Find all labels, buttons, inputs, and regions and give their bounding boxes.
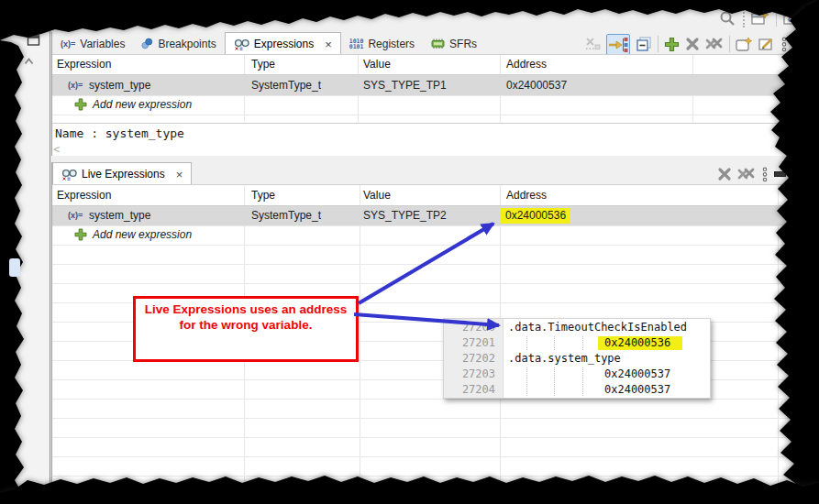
remove-all-expressions-icon[interactable]: [737, 167, 756, 181]
tab-sfrs[interactable]: SFRs: [423, 32, 485, 55]
open-new-view-icon[interactable]: [736, 37, 753, 52]
scroll-back-icon[interactable]: <: [53, 143, 60, 156]
listing-line: 0x24000536: [604, 335, 670, 351]
tab-label: Live Expressions: [82, 168, 165, 181]
sfrs-chip-icon: [431, 38, 445, 49]
show-logical-structure-toggle[interactable]: [606, 34, 630, 55]
tab-registers[interactable]: 1010 0101 Registers: [341, 32, 423, 55]
view-menu-icon[interactable]: [780, 37, 788, 52]
tab-label: Variables: [80, 38, 125, 50]
listing-line: .data.TimeoutCheckIsEnabled: [508, 320, 687, 335]
live-expression-type: SystemType_t: [251, 206, 321, 225]
column-header-expression[interactable]: Expression: [57, 185, 111, 205]
live-expressions-tabbar: Live Expressions ×: [52, 162, 192, 185]
tab-label: SFRs: [449, 38, 477, 50]
live-expressions-toolbar: [717, 166, 786, 182]
tab-label: Breakpoints: [158, 38, 216, 50]
annotation-line-2: for the wrong variable.: [136, 317, 356, 333]
column-header-type[interactable]: Type: [251, 185, 275, 205]
add-expression-row-icon: [74, 228, 87, 241]
listing-line: 0x24000537: [604, 367, 670, 382]
restore-view-icon[interactable]: [27, 34, 40, 47]
svg-text:C: C: [788, 16, 793, 24]
annotation-callout: Live Expressions uses an address for the…: [133, 296, 359, 362]
logical-structure-icon: [608, 36, 628, 53]
column-header-expression[interactable]: Expression: [57, 55, 111, 74]
close-icon[interactable]: ×: [325, 38, 332, 50]
live-expression-name: system_type: [89, 206, 150, 225]
column-header-address[interactable]: Address: [506, 55, 547, 74]
live-expressions-icon: [61, 169, 77, 181]
line-number: 27203: [444, 367, 495, 382]
listing-line: .data.system_type: [508, 351, 621, 367]
pin-view-icon[interactable]: [758, 37, 775, 52]
expression-name: system_type: [89, 75, 150, 95]
registers-icon: 1010 0101: [349, 38, 364, 49]
expression-address: 0x24000537: [506, 75, 567, 95]
toolbar-separator: [776, 10, 777, 27]
line-number: 27202: [444, 351, 495, 367]
remove-expression-icon[interactable]: [685, 37, 700, 51]
search-icon[interactable]: [719, 10, 736, 27]
line-number: 27204: [444, 382, 495, 398]
expression-value: SYS_TYPE_TP1: [363, 75, 447, 95]
cpp-perspective-icon[interactable]: C: [783, 10, 803, 27]
close-icon[interactable]: ×: [176, 169, 183, 181]
breakpoints-icon: [141, 38, 153, 49]
expressions-icon: [234, 38, 249, 50]
minimized-view-sidebar: [20, 26, 50, 488]
remove-expression-icon[interactable]: [717, 167, 732, 181]
tab-variables[interactable]: (x)= Variables: [52, 32, 133, 55]
column-header-type[interactable]: Type: [251, 55, 275, 74]
debugger-window: C (x)= Variables Breakpoints Expressions: [0, 0, 819, 504]
map-file-listing: 27200 27201 27202 27203 27204 .data.Time…: [443, 318, 711, 399]
variable-icon: (x)=: [68, 75, 83, 95]
tab-live-expressions[interactable]: Live Expressions ×: [52, 162, 192, 185]
window-toolbar: C: [719, 9, 803, 27]
tab-label: Registers: [368, 38, 415, 50]
line-number: 27201: [444, 335, 495, 351]
variables-icon: (x)=: [61, 39, 75, 49]
toolbar-separator: [658, 36, 659, 52]
minimized-view-highlight: [9, 258, 20, 277]
tab-expressions[interactable]: Expressions ×: [225, 32, 341, 55]
variable-icon: (x)=: [68, 206, 83, 225]
scroll-up-icon[interactable]: [24, 58, 34, 65]
tab-breakpoints[interactable]: Breakpoints: [133, 32, 224, 55]
listing-line: 0x24000537: [604, 382, 670, 398]
view-menu-icon[interactable]: [761, 167, 769, 182]
column-header-value[interactable]: Value: [363, 185, 391, 205]
open-perspective-icon[interactable]: [751, 10, 769, 27]
add-new-expression[interactable]: Add new expression: [93, 225, 192, 245]
tab-label: Expressions: [254, 38, 314, 50]
expressions-toolbar: [585, 34, 805, 54]
show-type-names-icon[interactable]: [585, 37, 601, 51]
minimize-icon[interactable]: [793, 41, 805, 47]
minimize-icon[interactable]: [774, 171, 786, 177]
toolbar-drag-handle: [743, 9, 745, 27]
live-expression-address: 0x24000536: [505, 206, 566, 225]
line-number: 27200: [444, 320, 495, 335]
add-expression-icon[interactable]: [664, 37, 680, 52]
detail-pane-text: Name : system_type: [55, 126, 184, 142]
add-new-expression[interactable]: Add new expression: [93, 95, 192, 115]
registers-icon-bottom: 0101: [349, 44, 364, 49]
add-expression-row-icon: [74, 98, 87, 111]
remove-all-expressions-icon[interactable]: [705, 37, 724, 51]
expressions-tabbar: (x)= Variables Breakpoints Expressions ×: [52, 32, 485, 55]
column-header-address[interactable]: Address: [506, 185, 547, 205]
annotation-line-1: Live Expressions uses an address: [136, 301, 356, 317]
column-header-value[interactable]: Value: [363, 55, 391, 74]
collapse-all-icon[interactable]: [636, 36, 652, 52]
expression-type: SystemType_t: [251, 75, 321, 95]
toolbar-separator: [729, 36, 730, 52]
live-expression-value: SYS_TYPE_TP2: [363, 206, 447, 225]
